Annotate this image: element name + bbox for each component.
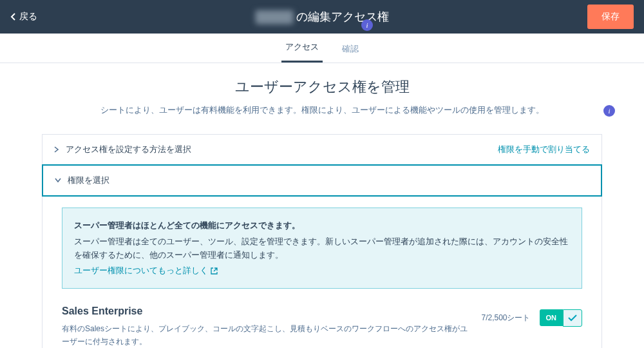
feature-desc: 有料のSalesシートにより、プレイブック、コールの文字起こし、見積もりベースの…: [62, 322, 471, 348]
section-select-body: スーパー管理者はほとんど全ての機能にアクセスできます。 スーパー管理者は全てのユ…: [43, 196, 601, 348]
super-admin-callout: スーパー管理者はほとんど全ての機能にアクセスできます。 スーパー管理者は全てのユ…: [62, 208, 582, 289]
chevron-left-icon: [10, 13, 17, 21]
headline: ユーザーアクセス権を管理: [0, 77, 644, 97]
save-button[interactable]: 保存: [587, 5, 634, 29]
section-method-title: アクセス権を設定する方法を選択: [66, 144, 191, 155]
assign-manually-link[interactable]: 権限を手動で割り当てる: [498, 144, 590, 155]
back-label: 戻る: [19, 11, 37, 23]
external-link-icon: [211, 267, 218, 275]
chevron-down-icon: [55, 178, 61, 183]
section-method[interactable]: アクセス権を設定する方法を選択 権限を手動で割り当てる: [43, 135, 601, 165]
toggle-state: ON: [540, 309, 564, 326]
toggle-sales[interactable]: ON: [540, 309, 583, 327]
tab-confirm[interactable]: 確認: [338, 43, 363, 63]
feature-sales-enterprise: Sales Enterprise 有料のSalesシートにより、プレイブック、コ…: [62, 305, 582, 348]
callout-strong: スーパー管理者はほとんど全ての機能にアクセスできます。: [74, 218, 570, 233]
check-icon: [563, 309, 582, 327]
feature-name: Sales Enterprise: [62, 305, 471, 317]
callout-link-label: ユーザー権限についてもっと詳しく: [74, 264, 208, 278]
section-select-title: 権限を選択: [68, 175, 109, 186]
seat-count: 7/2,500シート: [481, 313, 530, 324]
info-badge-icon[interactable]: i: [361, 19, 373, 31]
callout-link[interactable]: ユーザー権限についてもっと詳しく: [74, 264, 218, 278]
section-select[interactable]: 権限を選択: [42, 164, 602, 197]
tabs: アクセス 確認: [0, 34, 644, 63]
tab-access[interactable]: アクセス: [281, 41, 323, 63]
chevron-right-icon: [54, 146, 59, 153]
topbar: 戻る ████ の編集アクセス権 保存: [0, 0, 644, 34]
settings-panel: アクセス権を設定する方法を選択 権限を手動で割り当てる 権限を選択 スーパー管理…: [42, 134, 602, 348]
subheadline: シートにより、ユーザーは有料機能を利用できます。権限により、ユーザーによる機能や…: [0, 104, 644, 116]
callout-body: スーパー管理者は全てのユーザー、ツール、設定を管理できます。新しいスーパー管理者…: [74, 237, 568, 260]
info-badge-icon[interactable]: i: [603, 105, 615, 117]
redacted-name: ████: [255, 10, 293, 24]
back-button[interactable]: 戻る: [10, 11, 37, 23]
title-suffix: の編集アクセス権: [296, 9, 389, 24]
